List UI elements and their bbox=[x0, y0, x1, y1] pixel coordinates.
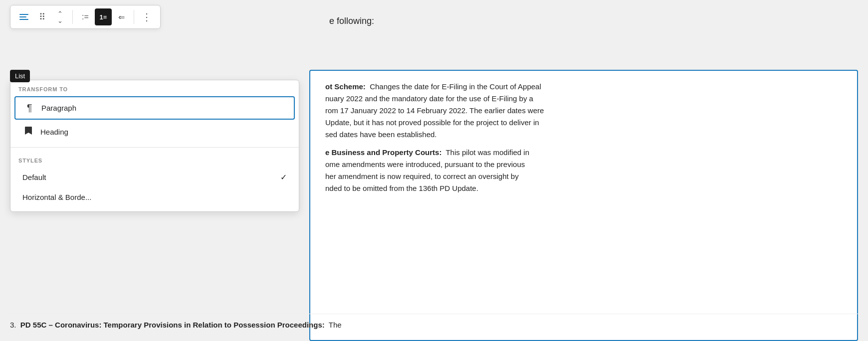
bullet-list-icon: := bbox=[82, 12, 89, 21]
grid-icon: ⠿ bbox=[39, 11, 45, 22]
outdent-icon: ⇐ bbox=[118, 12, 125, 22]
horizontal-border-style-label: Horizontal & Borde... bbox=[22, 193, 91, 201]
paragraph-label: Paragraph bbox=[41, 104, 76, 112]
default-style-label: Default bbox=[22, 173, 46, 181]
toolbar-divider-2 bbox=[134, 10, 134, 24]
heading-option[interactable]: Heading bbox=[14, 121, 295, 143]
grid-view-button[interactable]: ⠿ bbox=[33, 8, 50, 25]
footer-text: 3. PD 55C – Coronavirus: Temporary Provi… bbox=[10, 321, 342, 329]
default-check-icon: ✓ bbox=[280, 172, 287, 182]
document-content: ot Scheme: Changes the date for E-Filing… bbox=[309, 70, 858, 341]
more-icon: ⋮ bbox=[142, 11, 152, 23]
transform-dropdown: TRANSFORM TO ¶ Paragraph Heading STYLES … bbox=[10, 80, 299, 212]
outdent-button[interactable]: ⇐ bbox=[113, 8, 130, 25]
styles-label: STYLES bbox=[10, 152, 299, 167]
header-fragment: e following: bbox=[329, 16, 374, 26]
bullet-list-button[interactable]: := bbox=[77, 8, 94, 25]
formatting-toolbar: ⠿ ⌃ ⌄ := 1≡ ⇐ ⋮ bbox=[10, 5, 161, 29]
updown-button[interactable]: ⌃ ⌄ bbox=[51, 8, 68, 25]
paragraph-option[interactable]: ¶ Paragraph bbox=[14, 96, 295, 120]
updown-icon: ⌃ ⌄ bbox=[57, 10, 63, 24]
numbered-list-button[interactable]: 1≡ bbox=[95, 8, 112, 25]
transform-to-label: TRANSFORM TO bbox=[10, 80, 299, 95]
more-options-button[interactable]: ⋮ bbox=[138, 8, 155, 25]
toolbar-divider-1 bbox=[72, 10, 73, 24]
heading-label: Heading bbox=[40, 128, 68, 136]
toolbar-group-view: ⠿ ⌃ ⌄ bbox=[15, 8, 68, 25]
bookmark-icon bbox=[22, 126, 34, 138]
horizontal-border-style-option[interactable]: Horizontal & Borde... bbox=[14, 188, 295, 206]
default-style-option[interactable]: Default ✓ bbox=[14, 168, 295, 187]
list-tooltip: List bbox=[10, 70, 30, 82]
list-view-button[interactable] bbox=[15, 8, 32, 25]
list-lines-icon bbox=[19, 14, 28, 20]
paragraph-icon: ¶ bbox=[23, 102, 35, 114]
doc-footer: 3. PD 55C – Coronavirus: Temporary Provi… bbox=[10, 314, 858, 336]
toolbar-group-list: := 1≡ ⇐ bbox=[77, 8, 130, 25]
dropdown-divider bbox=[10, 147, 299, 148]
doc-paragraph-1: ot Scheme: Changes the date for E-Filing… bbox=[325, 81, 842, 141]
doc-paragraph-2: e Business and Property Courts: This pil… bbox=[325, 147, 842, 194]
numbered-list-icon: 1≡ bbox=[100, 13, 107, 21]
